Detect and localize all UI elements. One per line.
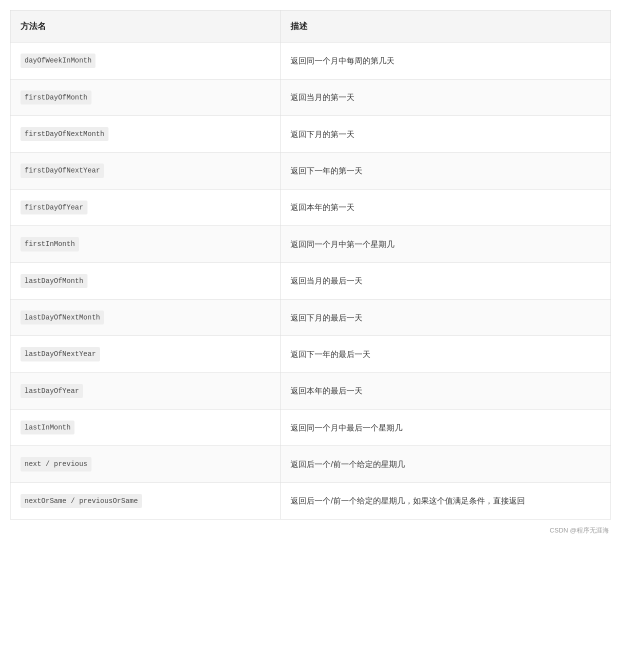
method-code: firstDayOfNextMonth <box>20 127 108 141</box>
description-cell: 返回本年的第一天 <box>280 189 611 226</box>
method-cell: lastDayOfMonth <box>10 262 280 299</box>
description-cell: 返回同一个月中第一个星期几 <box>280 226 611 262</box>
method-code: firstInMonth <box>20 237 79 251</box>
watermark: CSDN @程序无涯海 <box>10 520 611 536</box>
table-row: next / previous返回后一个/前一个给定的星期几 <box>10 446 611 482</box>
table-row: dayOfWeekInMonth返回同一个月中每周的第几天 <box>10 42 611 79</box>
methods-table: 方法名 描述 dayOfWeekInMonth返回同一个月中每周的第几天firs… <box>10 10 611 520</box>
method-cell: firstDayOfNextMonth <box>10 116 280 152</box>
table-row: lastDayOfYear返回本年的最后一天 <box>10 372 611 409</box>
method-cell: firstInMonth <box>10 226 280 262</box>
description-header: 描述 <box>280 10 611 42</box>
method-code: next / previous <box>20 457 92 471</box>
table-row: lastDayOfNextMonth返回下月的最后一天 <box>10 299 611 336</box>
table-row: nextOrSame / previousOrSame返回后一个/前一个给定的星… <box>10 482 611 519</box>
method-cell: lastInMonth <box>10 410 280 446</box>
table-row: lastInMonth返回同一个月中最后一个星期几 <box>10 410 611 446</box>
description-cell: 返回下一年的第一天 <box>280 152 611 189</box>
description-cell: 返回同一个月中最后一个星期几 <box>280 410 611 446</box>
method-cell: next / previous <box>10 446 280 482</box>
table-row: firstDayOfNextMonth返回下月的第一天 <box>10 116 611 152</box>
method-cell: nextOrSame / previousOrSame <box>10 482 280 519</box>
description-cell: 返回后一个/前一个给定的星期几 <box>280 446 611 482</box>
method-code: lastDayOfNextMonth <box>20 310 104 324</box>
method-code: firstDayOfYear <box>20 200 88 214</box>
table-header-row: 方法名 描述 <box>10 10 611 42</box>
table-row: firstInMonth返回同一个月中第一个星期几 <box>10 226 611 262</box>
method-cell: firstDayOfYear <box>10 189 280 226</box>
method-code: lastDayOfNextYear <box>20 347 100 361</box>
method-cell: dayOfWeekInMonth <box>10 42 280 79</box>
method-code: firstDayOfNextYear <box>20 164 104 178</box>
method-code: lastDayOfMonth <box>20 274 88 288</box>
description-cell: 返回同一个月中每周的第几天 <box>280 42 611 79</box>
table-row: firstDayOfMonth返回当月的第一天 <box>10 79 611 116</box>
description-cell: 返回后一个/前一个给定的星期几，如果这个值满足条件，直接返回 <box>280 482 611 519</box>
method-code: firstDayOfMonth <box>20 90 92 104</box>
table-row: lastDayOfMonth返回当月的最后一天 <box>10 262 611 299</box>
description-cell: 返回下月的最后一天 <box>280 299 611 336</box>
description-cell: 返回下月的第一天 <box>280 116 611 152</box>
description-cell: 返回当月的最后一天 <box>280 262 611 299</box>
method-cell: lastDayOfYear <box>10 372 280 409</box>
method-header: 方法名 <box>10 10 280 42</box>
method-code: lastDayOfYear <box>20 384 83 398</box>
method-code: dayOfWeekInMonth <box>20 54 96 68</box>
table-row: firstDayOfYear返回本年的第一天 <box>10 189 611 226</box>
method-code: lastInMonth <box>20 420 74 434</box>
description-cell: 返回当月的第一天 <box>280 79 611 116</box>
table-row: lastDayOfNextYear返回下一年的最后一天 <box>10 336 611 372</box>
method-cell: lastDayOfNextMonth <box>10 299 280 336</box>
page-container: 方法名 描述 dayOfWeekInMonth返回同一个月中每周的第几天firs… <box>0 0 621 672</box>
method-code: nextOrSame / previousOrSame <box>20 494 142 508</box>
table-row: firstDayOfNextYear返回下一年的第一天 <box>10 152 611 189</box>
method-cell: firstDayOfMonth <box>10 79 280 116</box>
method-cell: firstDayOfNextYear <box>10 152 280 189</box>
method-cell: lastDayOfNextYear <box>10 336 280 372</box>
description-cell: 返回本年的最后一天 <box>280 372 611 409</box>
description-cell: 返回下一年的最后一天 <box>280 336 611 372</box>
